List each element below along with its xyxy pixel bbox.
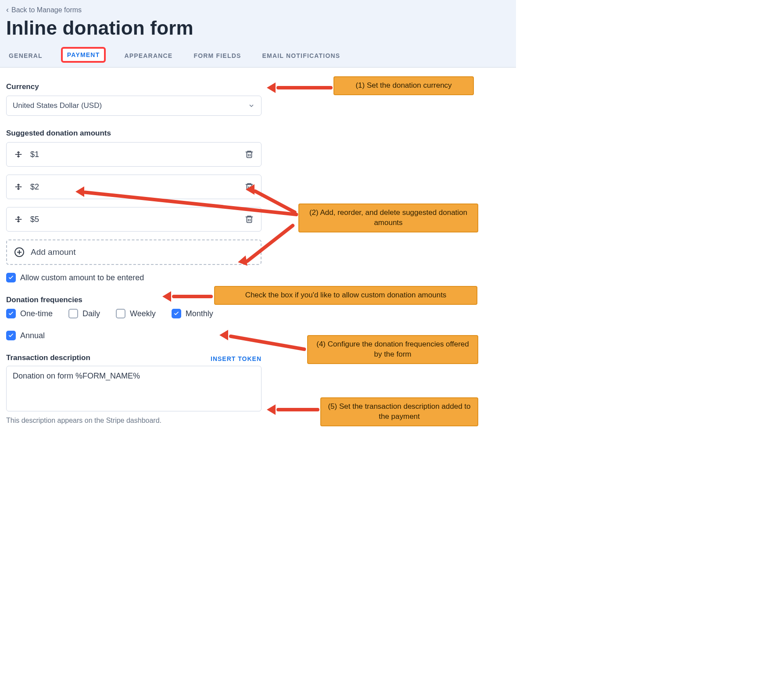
add-amount-button[interactable]: Add amount xyxy=(6,239,262,265)
amount-value: $1 xyxy=(30,150,39,159)
page-title: Inline donation form xyxy=(6,17,510,39)
suggested-amounts-label: Suggested donation amounts xyxy=(6,129,510,138)
annotation-callout: (2) Add, reorder, and delete suggested d… xyxy=(298,204,478,232)
tab-email-notifications[interactable]: EMAIL NOTIFICATIONS xyxy=(260,49,343,63)
allow-custom-checkbox[interactable] xyxy=(6,273,16,282)
plus-circle-icon xyxy=(14,247,25,257)
svg-rect-0 xyxy=(247,152,252,158)
annotation-arrow-icon xyxy=(267,404,319,415)
annotation-callout: Check the box if you'd like to allow cus… xyxy=(214,286,477,305)
annotation-callout: (4) Configure the donation frequencies o… xyxy=(307,335,478,364)
drag-handle-icon[interactable] xyxy=(14,150,23,159)
back-link[interactable]: ‹ Back to Manage forms xyxy=(6,6,82,14)
transaction-description-label: Transaction description xyxy=(6,354,90,362)
freq-label: Weekly xyxy=(130,309,156,318)
freq-label: Daily xyxy=(82,309,100,318)
tab-appearance[interactable]: APPEARANCE xyxy=(122,49,175,63)
freq-checkbox-monthly[interactable] xyxy=(172,309,181,318)
transaction-description-input[interactable]: Donation on form %FORM_NAME% xyxy=(6,366,262,411)
insert-token-button[interactable]: INSERT TOKEN xyxy=(211,355,262,362)
drag-handle-icon[interactable] xyxy=(14,214,23,224)
annotation-callout: (1) Set the donation currency xyxy=(333,76,474,95)
freq-label: Monthly xyxy=(186,309,213,318)
chevron-down-icon xyxy=(248,102,255,109)
amount-row: $1 xyxy=(6,142,262,167)
currency-selected-value: United States Dollar (USD) xyxy=(13,101,102,110)
freq-checkbox-annual[interactable] xyxy=(6,331,16,340)
currency-select[interactable]: United States Dollar (USD) xyxy=(6,96,262,116)
tab-form-fields[interactable]: FORM FIELDS xyxy=(191,49,244,63)
freq-label: Annual xyxy=(20,331,45,340)
amount-row: $5 xyxy=(6,207,262,232)
annotation-arrow-icon xyxy=(267,82,333,93)
svg-rect-2 xyxy=(247,217,252,223)
freq-checkbox-one-time[interactable] xyxy=(6,309,16,318)
tab-payment[interactable]: PAYMENT xyxy=(61,47,106,63)
add-amount-label: Add amount xyxy=(31,247,75,257)
freq-label: One-time xyxy=(20,309,53,318)
transaction-description-hint: This description appears on the Stripe d… xyxy=(6,417,262,425)
annotation-arrow-icon xyxy=(219,330,307,340)
annotation-arrow-icon xyxy=(162,291,213,302)
allow-custom-label: Allow custom amount to be entered xyxy=(20,273,144,282)
trash-icon[interactable] xyxy=(244,150,254,159)
back-label: Back to Manage forms xyxy=(11,6,82,14)
tab-general[interactable]: GENERAL xyxy=(6,49,45,63)
freq-checkbox-weekly[interactable] xyxy=(116,309,125,318)
tabs: GENERAL PAYMENT APPEARANCE FORM FIELDS E… xyxy=(6,47,510,67)
annotation-callout: (5) Set the transaction description adde… xyxy=(320,397,478,426)
chevron-left-icon: ‹ xyxy=(6,6,9,14)
amount-value: $5 xyxy=(30,215,39,224)
freq-checkbox-daily[interactable] xyxy=(68,309,78,318)
drag-handle-icon[interactable] xyxy=(14,182,23,192)
trash-icon[interactable] xyxy=(244,214,254,224)
amount-value: $2 xyxy=(30,182,39,192)
